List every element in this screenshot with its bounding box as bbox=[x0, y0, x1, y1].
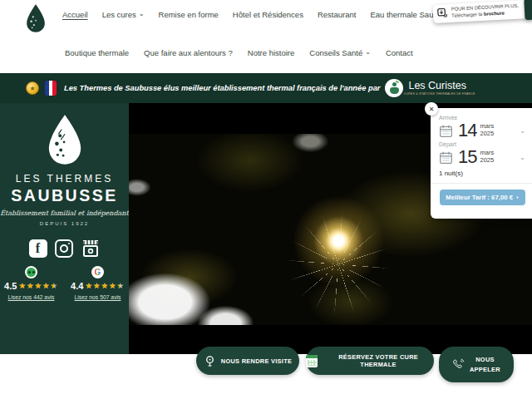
award-banner: ★ Les Thermes de Saubusse élus meilleur … bbox=[0, 73, 532, 103]
review-score: 4.5 bbox=[4, 281, 17, 291]
review-tripadvisor: 4.5★★★★★★★★★★Lisez nos 442 avis bbox=[4, 266, 59, 300]
calendar-icon bbox=[439, 150, 453, 165]
star-rating: ★★★★★★★★★★ bbox=[85, 282, 125, 290]
les-curistes-badge[interactable]: Les Curistes CURES & STATIONS THERMALES … bbox=[385, 79, 475, 97]
book-cure-button[interactable]: RÉSERVEZ VOTRE CURE THERMALE bbox=[306, 347, 434, 375]
facebook-icon[interactable]: f bbox=[29, 239, 47, 258]
brand-sidebar: LES THERMES SAUBUSSE Établissement famil… bbox=[0, 103, 129, 354]
nav-h-tel-et-r-sidences[interactable]: Hôtel et Résidences bbox=[233, 10, 303, 19]
calendar-icon bbox=[439, 124, 453, 138]
nav-label: Contact bbox=[386, 48, 413, 57]
brand-tagline: Établissement familial et indépendant bbox=[0, 209, 128, 217]
arrival-date-picker[interactable]: 14 mars 2025 ⌄ bbox=[439, 121, 525, 140]
nav-accueil[interactable]: Accueil bbox=[62, 10, 88, 19]
google-icon: G bbox=[91, 266, 104, 278]
phone-icon bbox=[452, 358, 465, 371]
nav-label: Que faire aux alentours ? bbox=[144, 48, 233, 57]
award-text: Les Thermes de Saubusse élus meilleur ét… bbox=[64, 84, 380, 92]
brochure-cap bbox=[524, 0, 532, 20]
instagram-icon[interactable] bbox=[55, 239, 73, 258]
sunburst bbox=[276, 202, 401, 327]
nav-label: Boutique thermale bbox=[65, 48, 129, 57]
nav-label: Notre histoire bbox=[248, 48, 295, 57]
main: LES THERMES SAUBUSSE Établissement famil… bbox=[0, 103, 532, 354]
chevron-down-icon[interactable]: ⌄ bbox=[520, 127, 525, 135]
nav-label: Accueil bbox=[62, 10, 88, 19]
chevron-down-icon: ⌄ bbox=[139, 11, 145, 17]
map-pin-icon bbox=[204, 355, 216, 367]
star-rating: ★★★★★★★★★★ bbox=[18, 282, 58, 290]
nav-contact[interactable]: Contact bbox=[386, 48, 413, 57]
nav-label: Conseils Santé bbox=[309, 48, 362, 57]
review-google: G4.4★★★★★★★★★★Lisez nos 507 avis bbox=[71, 266, 126, 300]
brand-name-line1: LES THERMES bbox=[16, 173, 113, 185]
departure-date-picker[interactable]: 15 mars 2025 ⌄ bbox=[439, 148, 525, 166]
sidebar-drop-logo-icon bbox=[46, 115, 84, 166]
review-link[interactable]: Lisez nos 507 avis bbox=[75, 294, 121, 300]
brand-since: DEPUIS 1922 bbox=[40, 221, 89, 226]
review-link[interactable]: Lisez nos 442 avis bbox=[8, 294, 55, 300]
medal-icon: ★ bbox=[26, 81, 39, 95]
nav-label: Hôtel et Résidences bbox=[233, 10, 303, 19]
nav-label: Les cures bbox=[102, 10, 136, 19]
arrival-year: 2025 bbox=[480, 131, 494, 138]
arrow-right-icon: › bbox=[516, 194, 519, 201]
partner-tagline: CURES & STATIONS THERMALES DE FRANCE bbox=[403, 92, 475, 96]
nights-count: 1 nuit(s) bbox=[439, 170, 525, 177]
nav-que-faire-aux-alentours[interactable]: Que faire aux alentours ? bbox=[144, 48, 233, 57]
download-brochure-button[interactable]: POUR EN DÉCOUVRIR PLUS, Télécharger la b… bbox=[432, 0, 529, 23]
booking-widget: ✕ Arrivée 14 mars 2025 ⌄ Départ bbox=[431, 108, 532, 219]
page: AccueilLes cures⌄Remise en formeHôtel et… bbox=[0, 0, 532, 399]
shop-icon[interactable] bbox=[81, 239, 101, 258]
call-us-button[interactable]: NOUS APPELER bbox=[439, 347, 514, 382]
book-cure-label: RÉSERVEZ VOTRE CURE THERMALE bbox=[323, 353, 434, 368]
reviews: 4.5★★★★★★★★★★Lisez nos 442 avisG4.4★★★★★… bbox=[4, 266, 126, 300]
chevron-down-icon[interactable]: ⌄ bbox=[520, 154, 525, 161]
partner-name: Les Curistes bbox=[408, 81, 475, 91]
brochure-label: POUR EN DÉCOUVRIR PLUS, Télécharger la b… bbox=[451, 3, 519, 20]
nav-notre-histoire[interactable]: Notre histoire bbox=[248, 48, 295, 57]
header: AccueilLes cures⌄Remise en formeHôtel et… bbox=[0, 0, 532, 73]
best-price-button[interactable]: Meilleur Tarif : 67,00 €› bbox=[440, 190, 525, 205]
french-flag-icon bbox=[45, 81, 57, 96]
chevron-down-icon: ⌄ bbox=[365, 49, 371, 56]
nav-boutique-thermale[interactable]: Boutique thermale bbox=[65, 48, 129, 57]
departure-day: 15 bbox=[458, 148, 476, 166]
visit-us-button[interactable]: NOUS RENDRE VISITE bbox=[196, 347, 299, 375]
cta-bar: NOUS RENDRE VISITE RÉSERVEZ VOTRE CURE T… bbox=[0, 354, 532, 399]
close-icon[interactable]: ✕ bbox=[425, 102, 438, 116]
visit-us-label: NOUS RENDRE VISITE bbox=[221, 357, 292, 365]
departure-label: Départ bbox=[439, 141, 525, 147]
nav-conseils-sant[interactable]: Conseils Santé⌄ bbox=[309, 48, 371, 57]
tripadvisor-icon bbox=[25, 266, 37, 278]
secondary-nav: Boutique thermaleQue faire aux alentours… bbox=[65, 48, 413, 57]
departure-year: 2025 bbox=[480, 157, 494, 165]
nav-label: Restaurant bbox=[318, 10, 356, 19]
review-score: 4.4 bbox=[71, 281, 83, 291]
download-icon bbox=[437, 7, 449, 19]
arrival-day: 14 bbox=[458, 121, 476, 140]
social-links: f bbox=[29, 239, 101, 258]
brand-drop-logo-icon[interactable] bbox=[25, 4, 47, 33]
nav-restaurant[interactable]: Restaurant bbox=[318, 10, 356, 19]
nav-remise-en-forme[interactable]: Remise en forme bbox=[159, 10, 219, 19]
brand-name-line2: SAUBUSSE bbox=[11, 186, 117, 205]
nav-les-cures[interactable]: Les cures⌄ bbox=[102, 10, 145, 19]
calendar-icon bbox=[306, 355, 318, 367]
call-us-label: NOUS APPELER bbox=[470, 355, 500, 373]
arrival-label: Arrivée bbox=[439, 115, 525, 121]
divider bbox=[431, 183, 532, 184]
les-curistes-icon bbox=[385, 79, 403, 97]
primary-nav: AccueilLes cures⌄Remise en formeHôtel et… bbox=[62, 10, 455, 19]
nav-label: Remise en forme bbox=[159, 10, 219, 19]
